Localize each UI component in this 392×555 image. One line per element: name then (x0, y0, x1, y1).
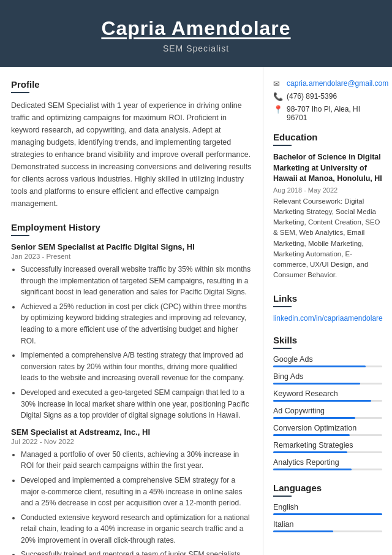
profile-divider (11, 92, 29, 93)
employment-divider (11, 235, 29, 236)
skill-name-4: Conversion Optimization (273, 424, 382, 432)
skill-item-5: Remarketing Strategies (273, 441, 382, 453)
education-section: Education Bachelor of Science in Digital… (273, 132, 382, 281)
profile-section: Profile Dedicated SEM Specialist with 1 … (11, 79, 252, 210)
lang-bar-fill-1 (273, 530, 333, 532)
lang-item-0: English (273, 503, 382, 515)
job-2-dates: Jul 2022 - Nov 2022 (11, 438, 252, 445)
skill-item-6: Analytics Reporting (273, 458, 382, 470)
job-2-bullets: Managed a portfolio of over 50 clients, … (11, 449, 252, 555)
right-column: ✉ capria.amendolare@gmail.com 📞 (476) 89… (263, 67, 392, 555)
education-divider (273, 145, 292, 146)
links-title: Links (273, 293, 382, 304)
skill-bar-bg-6 (273, 469, 382, 470)
skill-name-5: Remarketing Strategies (273, 441, 382, 450)
job-2-bullet-2: Developed and implemented a comprehensiv… (21, 475, 252, 509)
skill-bar-fill-6 (273, 469, 352, 470)
phone-icon: 📞 (273, 92, 283, 101)
contact-address-item: 📍 98-707 Iho Pl, Aiea, HI 96701 (273, 105, 382, 122)
skill-bar-fill-3 (273, 417, 355, 419)
job-2: SEM Specialist at Adstreamz, Inc., HI Ju… (11, 427, 252, 555)
lang-bar-bg-1 (273, 530, 382, 532)
job-1-bullet-1: Successfully increased overall website t… (21, 264, 252, 298)
languages-title: Languages (273, 483, 382, 493)
links-divider (273, 306, 292, 307)
lang-bar-bg-0 (273, 513, 382, 515)
linkedin-link[interactable]: linkedin.com/in/capriaamendolare (273, 314, 383, 323)
email-link[interactable]: capria.amendolare@gmail.com (287, 79, 388, 88)
skill-bar-fill-0 (273, 366, 366, 367)
skill-name-2: Keyword Research (273, 389, 382, 398)
skill-item-3: Ad Copywriting (273, 407, 382, 419)
skill-bar-bg-4 (273, 434, 382, 436)
job-1-bullet-3: Implemented a comprehensive A/B testing … (21, 350, 252, 384)
edu-desc: Relevant Coursework: Digital Marketing S… (273, 196, 382, 281)
job-1-bullet-2: Achieved a 25% reduction in cost per cli… (21, 301, 252, 346)
job-1-bullets: Successfully increased overall website t… (11, 264, 252, 421)
profile-title: Profile (11, 79, 252, 90)
address-text: 98-707 Iho Pl, Aiea, HI 96701 (287, 105, 382, 122)
skill-bar-fill-1 (273, 383, 360, 385)
job-2-title: SEM Specialist at Adstreamz, Inc., HI (11, 427, 252, 437)
header: Capria Amendolare SEM Specialist (0, 0, 392, 67)
skill-bar-fill-4 (273, 434, 350, 436)
location-icon: 📍 (273, 105, 283, 114)
skill-bar-fill-5 (273, 451, 347, 453)
skill-item-0: Google Ads (273, 355, 382, 367)
skill-name-3: Ad Copywriting (273, 407, 382, 415)
skill-bar-bg-5 (273, 451, 382, 453)
contact-section: ✉ capria.amendolare@gmail.com 📞 (476) 89… (273, 79, 382, 122)
skill-name-0: Google Ads (273, 355, 382, 364)
skills-list: Google Ads Bing Ads Keyword Research Ad … (273, 355, 382, 470)
employment-section: Employment History Senior SEM Specialist… (11, 222, 252, 555)
job-1: Senior SEM Specialist at Pacific Digital… (11, 242, 252, 421)
skill-bar-bg-2 (273, 400, 382, 402)
skills-section: Skills Google Ads Bing Ads Keyword Resea… (273, 335, 382, 470)
skill-bar-bg-3 (273, 417, 382, 419)
lang-name-0: English (273, 503, 382, 511)
job-1-title: Senior SEM Specialist at Pacific Digital… (11, 242, 252, 251)
main-content: Profile Dedicated SEM Specialist with 1 … (0, 67, 392, 555)
candidate-name: Capria Amendolare (12, 17, 380, 40)
left-column: Profile Dedicated SEM Specialist with 1 … (0, 67, 263, 555)
employment-title: Employment History (11, 222, 252, 232)
skills-title: Skills (273, 335, 382, 345)
languages-list: English Italian (273, 503, 382, 532)
languages-section: Languages English Italian (273, 483, 382, 532)
education-title: Education (273, 132, 382, 142)
skill-bar-bg-0 (273, 366, 382, 367)
skill-bar-bg-1 (273, 383, 382, 385)
job-1-bullet-4: Developed and executed a geo-targeted SE… (21, 387, 252, 421)
profile-text: Dedicated SEM Specialist with 1 year of … (11, 99, 252, 210)
candidate-title: SEM Specialist (12, 44, 380, 53)
job-2-bullet-4: Successfully trained and mentored a team… (21, 549, 252, 555)
skill-name-6: Analytics Reporting (273, 458, 382, 467)
edu-dates: Aug 2018 - May 2022 (273, 186, 382, 194)
lang-bar-fill-0 (273, 513, 382, 515)
links-section: Links linkedin.com/in/capriaamendolare (273, 293, 382, 323)
languages-divider (273, 496, 292, 497)
edu-degree: Bachelor of Science in Digital Marketing… (273, 152, 382, 185)
job-2-bullet-3: Conducted extensive keyword research and… (21, 512, 252, 546)
skill-item-4: Conversion Optimization (273, 424, 382, 436)
lang-item-1: Italian (273, 520, 382, 532)
phone-text: (476) 891-5396 (287, 92, 337, 101)
skill-bar-fill-2 (273, 400, 371, 402)
skill-item-1: Bing Ads (273, 372, 382, 385)
skill-item-2: Keyword Research (273, 389, 382, 402)
job-1-dates: Jan 2023 - Present (11, 253, 252, 260)
lang-name-1: Italian (273, 520, 382, 529)
email-icon: ✉ (273, 79, 283, 88)
skills-divider (273, 348, 292, 349)
contact-email-item: ✉ capria.amendolare@gmail.com (273, 79, 382, 88)
contact-phone-item: 📞 (476) 891-5396 (273, 92, 382, 101)
job-2-bullet-1: Managed a portfolio of over 50 clients, … (21, 449, 252, 472)
skill-name-1: Bing Ads (273, 372, 382, 381)
